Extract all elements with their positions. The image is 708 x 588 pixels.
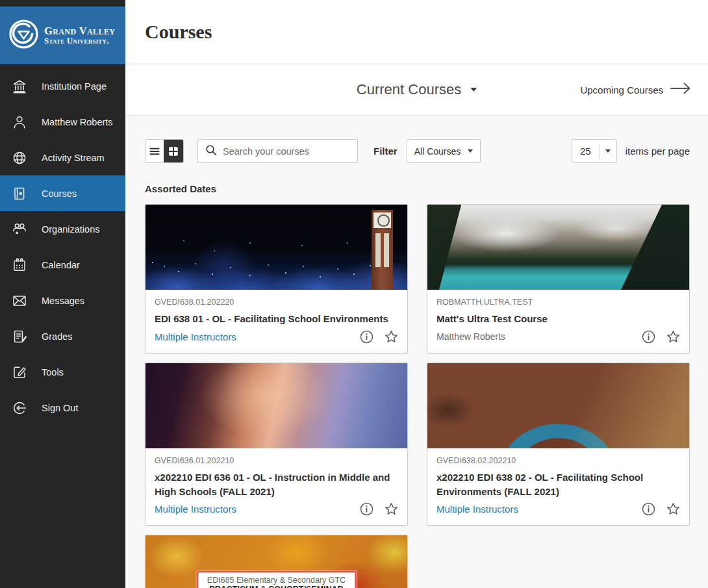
filter-dropdown[interactable]: All Courses	[407, 139, 481, 163]
institution-name: Grand Valley State University.	[44, 25, 115, 45]
sidebar-item-label: Grades	[42, 331, 73, 342]
institution-logo[interactable]: Grand Valley State University.	[0, 6, 125, 64]
view-toggle	[145, 139, 184, 163]
book-icon	[11, 185, 27, 201]
current-courses-dropdown[interactable]: Current Courses	[357, 81, 477, 98]
course-card[interactable]: GVEDI636.01.202210 x202210 EDI 636 01 - …	[145, 363, 408, 526]
sidebar-item-label: Courses	[42, 188, 77, 199]
sidebar-item-label: Messages	[42, 296, 84, 306]
course-grid: GVEDI638.01.202220 EDI 638 01 - OL - Fac…	[145, 204, 690, 588]
course-card-image	[427, 363, 689, 448]
sidebar-item-label: Activity Stream	[42, 153, 105, 163]
info-icon[interactable]	[360, 502, 373, 516]
star-favorite-icon[interactable]	[666, 502, 680, 516]
term-header: Current Courses Upcoming Courses	[125, 64, 708, 116]
calendar-icon	[11, 257, 27, 273]
current-courses-label: Current Courses	[357, 81, 461, 98]
sidebar-item-label: Institution Page	[42, 81, 107, 92]
page-title: Courses	[145, 21, 212, 43]
sidebar-item-sign-out[interactable]: Sign Out	[0, 390, 125, 426]
course-title-link[interactable]: EDI 638 01 - OL - Facilitating School En…	[155, 312, 398, 326]
user-icon	[11, 114, 27, 130]
sidebar-item-label: Tools	[42, 367, 64, 377]
course-card-image	[427, 205, 689, 290]
envelope-icon	[11, 292, 27, 309]
sidebar-item-grades[interactable]: Grades	[0, 318, 125, 354]
chevron-down-icon	[470, 88, 477, 92]
sign-out-icon	[11, 400, 27, 416]
tools-icon	[11, 364, 27, 380]
instructors-link[interactable]: Multiple Instructors	[436, 504, 518, 515]
course-title-link[interactable]: x202210 EDI 638 02 - OL - Facilitating S…	[436, 470, 680, 499]
chevron-down-icon	[605, 149, 611, 153]
content-area: Filter All Courses 25 items per page Ass…	[125, 116, 708, 588]
course-card[interactable]: EDI685 Elementary & Secondary GTC PRACTI…	[145, 535, 408, 588]
sidebar-item-tools[interactable]: Tools	[0, 354, 125, 390]
main-area: Courses Current Courses Upcoming Courses	[125, 0, 708, 588]
star-favorite-icon[interactable]	[385, 330, 398, 344]
sidebar-item-institution-page[interactable]: Institution Page	[0, 68, 125, 104]
upcoming-courses-link[interactable]: Upcoming Courses	[580, 81, 692, 98]
instructors-link[interactable]: Multiple Instructors	[155, 504, 236, 515]
page-size-dropdown[interactable]: 25	[572, 139, 617, 163]
course-card-image	[145, 205, 407, 290]
sidebar: Grand Valley State University. Instituti…	[0, 0, 125, 588]
list-view-button[interactable]	[145, 140, 164, 162]
info-icon[interactable]	[642, 330, 655, 344]
course-card[interactable]: GVEDI638.01.202220 EDI 638 01 - OL - Fac…	[145, 204, 408, 353]
info-icon[interactable]	[642, 502, 655, 516]
course-id: GVEDI636.01.202210	[155, 456, 398, 465]
items-per-page-label: items per page	[626, 146, 690, 157]
arrow-right-icon	[670, 81, 692, 98]
sidebar-item-label: Calendar	[42, 260, 80, 270]
globe-icon	[11, 149, 27, 166]
chevron-down-icon	[468, 149, 473, 153]
star-favorite-icon[interactable]	[666, 330, 680, 344]
grid-view-button[interactable]	[164, 140, 183, 162]
gvsu-logo-icon	[8, 19, 39, 52]
course-search	[197, 139, 358, 163]
sidebar-item-label: Matthew Roberts	[42, 117, 113, 127]
people-icon	[11, 221, 27, 237]
course-card[interactable]: GVEDI638.02.202210 x202210 EDI 638 02 - …	[427, 363, 690, 526]
info-icon[interactable]	[360, 330, 373, 344]
instructor-name: Matthew Roberts	[436, 331, 505, 342]
grades-icon	[11, 328, 27, 344]
section-heading: Assorted Dates	[145, 183, 690, 194]
course-card-image	[145, 363, 407, 448]
course-card-image: EDI685 Elementary & Secondary GTC PRACTI…	[145, 535, 407, 588]
sidebar-item-messages[interactable]: Messages	[0, 283, 125, 318]
course-title-link[interactable]: x202210 EDI 636 01 - OL - Instruction in…	[155, 470, 398, 499]
title-bar: Courses	[125, 0, 708, 64]
sidebar-item-organizations[interactable]: Organizations	[0, 211, 125, 247]
course-id: ROBMATTH.ULTRA.TEST	[436, 298, 680, 307]
course-id: GVEDI638.02.202210	[436, 456, 680, 465]
course-card[interactable]: ROBMATTH.ULTRA.TEST Matt's Ultra Test Co…	[427, 204, 690, 353]
institution-icon	[11, 78, 27, 94]
sidebar-item-label: Sign Out	[42, 403, 78, 413]
course-id: GVEDI638.01.202220	[155, 298, 398, 307]
sidebar-nav: Institution Page Matthew Roberts Activit…	[0, 64, 125, 426]
star-favorite-icon[interactable]	[385, 502, 398, 516]
course-title-link[interactable]: Matt's Ultra Test Course	[436, 312, 680, 326]
course-image-banner: EDI685 Elementary & Secondary GTC PRACTI…	[197, 571, 356, 588]
instructors-link[interactable]: Multiple Instructors	[155, 331, 236, 342]
toolbar: Filter All Courses 25 items per page	[145, 139, 690, 163]
sidebar-item-calendar[interactable]: Calendar	[0, 247, 125, 283]
filter-label: Filter	[373, 146, 398, 157]
sidebar-item-profile[interactable]: Matthew Roberts	[0, 104, 125, 140]
sidebar-item-activity-stream[interactable]: Activity Stream	[0, 140, 125, 175]
search-icon	[205, 144, 217, 159]
sidebar-item-courses[interactable]: Courses	[0, 175, 125, 211]
search-input[interactable]	[223, 146, 351, 157]
sidebar-item-label: Organizations	[42, 224, 99, 235]
